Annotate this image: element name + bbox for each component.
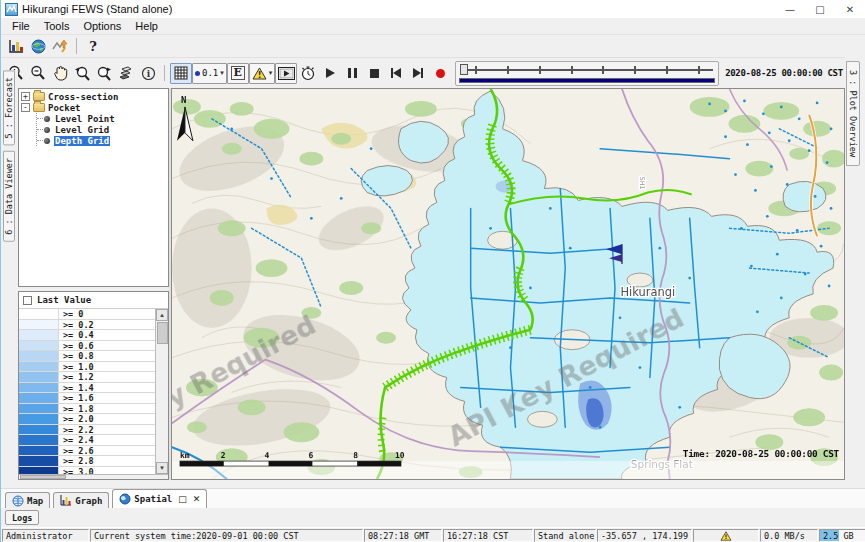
step-back-icon[interactable]: [385, 63, 407, 83]
time-slider-handle[interactable]: [460, 64, 468, 75]
warning-dropdown[interactable]: ! ▾: [249, 63, 276, 84]
close-button[interactable]: ✕: [835, 0, 865, 18]
record-icon[interactable]: [429, 63, 451, 83]
report-icon[interactable]: [5, 36, 27, 56]
legend-row[interactable]: >= 1.8: [19, 404, 155, 415]
legend-row[interactable]: >= 0.2: [19, 320, 155, 331]
scrollbar-thumb[interactable]: [157, 322, 168, 344]
time-slider-tick: [571, 66, 573, 74]
svg-text:N: N: [181, 95, 186, 105]
legend-row[interactable]: >= 0.6: [19, 341, 155, 352]
step-forward-icon[interactable]: [407, 63, 429, 83]
last-value-checkbox[interactable]: [23, 296, 32, 305]
minimize-button[interactable]: —: [775, 0, 805, 18]
legend-row[interactable]: >= 1.0: [19, 362, 155, 373]
status-memory[interactable]: 2.5 GB: [819, 529, 865, 542]
layers-icon[interactable]: [115, 63, 137, 83]
legend-row[interactable]: >= 2.2: [19, 425, 155, 436]
grid-display-icon[interactable]: [170, 63, 192, 84]
legend-row[interactable]: >= 2.6: [19, 446, 155, 457]
map-canvas[interactable]: Hikurangi Springs Flat SH1 API Key Requi…: [172, 89, 844, 479]
window-title: Hikurangi FEWS (Stand alone): [22, 3, 172, 15]
hscrollbar-thumb[interactable]: [20, 475, 66, 479]
legend-list: >= 0>= 0.2>= 0.4>= 0.6>= 0.8>= 1.0>= 1.2…: [19, 309, 155, 474]
legend-row[interactable]: >= 1.6: [19, 393, 155, 404]
restore-pane-icon[interactable]: □: [178, 494, 187, 504]
help-icon[interactable]: ?: [82, 36, 104, 56]
legend-row-label: >= 0.2: [59, 320, 94, 330]
menu-options[interactable]: Options: [76, 20, 128, 32]
legend-row-label: >= 2.4: [59, 435, 94, 445]
tab-plot-overview[interactable]: 3 : Plot Overview: [846, 61, 860, 166]
selected-tree-node-label[interactable]: Depth Grid: [54, 136, 110, 146]
collapse-icon[interactable]: -: [21, 103, 30, 112]
legend-row-label: >= 1.8: [59, 404, 94, 414]
legend-row[interactable]: >= 0: [19, 309, 155, 320]
status-warning[interactable]: !: [693, 529, 759, 542]
legend-color-swatch: [19, 425, 59, 435]
time-slider[interactable]: [455, 61, 719, 86]
tab-data-viewer[interactable]: 6 : Data Viewer: [3, 151, 15, 242]
tree-node-label[interactable]: Cross-section: [48, 92, 118, 102]
pause-icon[interactable]: [341, 63, 363, 83]
threshold-dropdown[interactable]: 0.1 ▾: [192, 63, 227, 84]
legend-color-swatch: [19, 341, 59, 351]
expand-icon[interactable]: +: [21, 92, 30, 101]
legend-row[interactable]: >= 0.4: [19, 330, 155, 341]
zoom-out-icon[interactable]: [27, 63, 49, 83]
legend-row[interactable]: >= 1.4: [19, 383, 155, 394]
status-system-time: Current system time:2020-09-01 00:00 CST: [90, 529, 363, 542]
stop-icon[interactable]: [363, 63, 385, 83]
tab-forecast[interactable]: 5 : Forecast: [3, 70, 15, 145]
legend-row[interactable]: >= 1.2: [19, 372, 155, 383]
zoom-previous-icon[interactable]: [71, 63, 93, 83]
tree-node-level-grid[interactable]: Level Grid: [37, 124, 168, 135]
legend-hscrollbar[interactable]: [19, 474, 168, 479]
tab-map[interactable]: Map: [5, 492, 50, 508]
legend-row-label: >= 2.0: [59, 414, 94, 424]
globe-icon[interactable]: [27, 36, 49, 56]
legend-row[interactable]: >= 2.0: [19, 414, 155, 425]
legend-row[interactable]: >= 2.8: [19, 456, 155, 467]
tree-node-pocket[interactable]: - Pocket: [21, 102, 168, 113]
tree-node-cross-section[interactable]: + Cross-section: [21, 91, 168, 102]
tree-node-level-point[interactable]: Level Point: [37, 113, 168, 124]
legend-row[interactable]: >= 3.0: [19, 467, 155, 475]
legend-color-swatch: [19, 467, 59, 475]
title-bar[interactable]: Hikurangi FEWS (Stand alone) — □ ✕: [1, 0, 865, 18]
status-mode: Stand alone: [534, 529, 596, 542]
tab-graph[interactable]: Graph: [53, 492, 109, 508]
svg-text:4: 4: [265, 451, 270, 460]
map-panel[interactable]: Hikurangi Springs Flat SH1 API Key Requi…: [171, 88, 845, 480]
tree-node-label[interactable]: Pocket: [48, 103, 81, 113]
folder-icon: [33, 103, 45, 112]
zoom-next-icon[interactable]: [93, 63, 115, 83]
time-slider-track[interactable]: [459, 64, 715, 75]
menu-file[interactable]: File: [5, 20, 37, 32]
grid-editor-icon[interactable]: [49, 36, 71, 56]
svg-text:8: 8: [353, 451, 358, 460]
play-icon[interactable]: [319, 63, 341, 83]
legend-row-label: >= 1.2: [59, 372, 94, 382]
scroll-up-icon[interactable]: ▲: [156, 309, 168, 321]
map-time-label: Time: 2020-08-25 00:00:00 CST: [683, 448, 840, 459]
legend-row-label: >= 0.4: [59, 330, 94, 340]
legend-scrollbar[interactable]: ▲ ▼: [155, 309, 168, 474]
menu-help[interactable]: Help: [128, 20, 165, 32]
longitudinal-profile-icon[interactable]: E: [227, 63, 249, 84]
info-icon[interactable]: i: [137, 63, 159, 83]
maximize-button[interactable]: □: [805, 0, 835, 18]
tree-node-depth-grid[interactable]: Depth Grid: [37, 135, 168, 146]
close-pane-icon[interactable]: ✕: [193, 494, 201, 504]
logs-button[interactable]: Logs: [5, 510, 39, 525]
timer-icon[interactable]: [297, 63, 319, 83]
pan-icon[interactable]: [49, 63, 71, 83]
scroll-down-icon[interactable]: ▼: [156, 462, 168, 474]
animation-icon[interactable]: [275, 63, 297, 84]
tab-spatial[interactable]: Spatial □ ✕: [112, 489, 207, 508]
layer-tree[interactable]: + Cross-section - Pocket Level Point: [18, 88, 169, 287]
legend-row[interactable]: >= 0.8: [19, 351, 155, 362]
legend-row[interactable]: >= 2.4: [19, 435, 155, 446]
menu-tools[interactable]: Tools: [37, 20, 77, 32]
globe-icon: [119, 493, 131, 505]
